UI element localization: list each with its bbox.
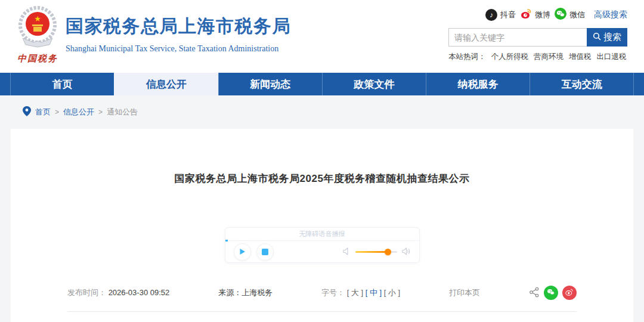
breadcrumb-separator: >	[55, 108, 59, 116]
main-nav: 首页 信息公开 新闻动态 政策文件 纳税服务 互动交流	[0, 73, 644, 95]
volume-low-icon	[343, 247, 351, 258]
nav-item-tax-service[interactable]: 纳税服务	[426, 73, 530, 95]
page-background: 首页 > 信息公开 > 通知公告 国家税务总局上海市税务局2025年度税务稽查随…	[0, 95, 644, 322]
font-size-control: 字号： [ 大 ] [ 中 ] [ 小 ]	[321, 287, 400, 298]
audio-player: 无障碍语音播报	[225, 227, 420, 263]
audio-player-header: 无障碍语音播报	[225, 228, 419, 241]
volume-knob[interactable]	[385, 249, 391, 255]
audio-player-controls	[225, 241, 419, 263]
article-source: 来源：上海税务	[218, 287, 273, 298]
search-button-label: 搜索	[603, 32, 621, 43]
hot-word-link[interactable]: 增值税	[569, 52, 592, 62]
wechat-icon	[555, 8, 566, 22]
publish-time-label: 发布时间：	[67, 288, 106, 297]
share-buttons	[529, 286, 577, 300]
weibo-share-icon	[565, 287, 574, 298]
share-weibo-button[interactable]	[562, 286, 577, 300]
douyin-label: 抖音	[500, 10, 516, 20]
font-size-medium[interactable]: [ 中 ]	[366, 288, 382, 297]
wechat-label: 微信	[569, 10, 585, 20]
douyin-link[interactable]: ♪ 抖音	[485, 9, 516, 21]
site-title: 国家税务总局上海市税务局	[66, 14, 291, 39]
content-divider	[67, 311, 577, 312]
publish-time: 发布时间： 2026-03-30 09:52	[67, 287, 169, 298]
breadcrumb: 首页 > 信息公开 > 通知公告	[0, 95, 644, 129]
stop-icon	[262, 249, 268, 255]
advanced-search-link[interactable]: 高级搜索	[594, 10, 627, 20]
print-page-link[interactable]: 打印本页	[449, 287, 480, 298]
font-size-label: 字号：	[321, 288, 345, 297]
volume-high-icon	[402, 247, 411, 258]
hot-words-label: 本站热词：	[448, 52, 486, 62]
tax-emblem-icon: ★	[16, 42, 60, 52]
audio-player-title: 无障碍语音播报	[299, 230, 345, 239]
search-bar: 搜索	[448, 28, 627, 47]
svg-text:★: ★	[34, 14, 41, 23]
site-subtitle: Shanghai Municipal Tax Service, State Ta…	[66, 44, 291, 54]
play-button[interactable]	[234, 243, 251, 261]
audio-progress-bar	[225, 240, 228, 242]
article-title: 国家税务总局上海市税务局2025年度税务稽查随机抽查结果公示	[11, 129, 633, 185]
location-pin-icon	[23, 106, 31, 118]
article-card: 国家税务总局上海市税务局2025年度税务稽查随机抽查结果公示 无障碍语音播报	[11, 129, 633, 322]
nav-item-policy[interactable]: 政策文件	[322, 73, 426, 95]
search-icon	[593, 32, 601, 42]
hot-word-link[interactable]: 个人所得税	[491, 52, 529, 62]
search-button[interactable]: 搜索	[587, 28, 627, 47]
site-title-block: 国家税务总局上海市税务局 Shanghai Municipal Tax Serv…	[66, 14, 291, 54]
stop-button[interactable]	[256, 243, 274, 261]
header-right: ♪ 抖音 微博	[448, 8, 627, 62]
nav-item-news[interactable]: 新闻动态	[218, 73, 322, 95]
nav-item-home[interactable]: 首页	[10, 73, 114, 95]
social-links: ♪ 抖音 微博	[448, 8, 627, 21]
hot-word-link[interactable]: 营商环境	[534, 52, 564, 62]
nav-item-info-disclosure[interactable]: 信息公开	[114, 73, 218, 95]
share-icon[interactable]	[529, 287, 540, 299]
site-header: ★ 中国税务 国家税务总局上海市税务局 Shanghai Municipal T…	[0, 0, 644, 73]
share-wechat-button[interactable]	[544, 286, 558, 300]
logo-caption: 中国税务	[13, 53, 62, 64]
article-meta: 发布时间： 2026-03-30 09:52 来源：上海税务 字号： [ 大 ]…	[11, 286, 633, 300]
weibo-label: 微博	[535, 10, 550, 20]
breadcrumb-info-disclosure[interactable]: 信息公开	[63, 107, 94, 117]
font-size-large[interactable]: [ 大 ]	[347, 288, 363, 297]
breadcrumb-separator: >	[98, 108, 103, 116]
font-size-small[interactable]: [ 小 ]	[384, 288, 400, 297]
wechat-share-icon	[546, 287, 555, 298]
wechat-link[interactable]: 微信	[555, 8, 585, 22]
hot-word-link[interactable]: 出口退税	[597, 52, 627, 62]
breadcrumb-current: 通知公告	[107, 107, 138, 117]
volume-fill	[355, 251, 388, 253]
breadcrumb-home[interactable]: 首页	[35, 107, 51, 117]
weibo-icon	[520, 8, 532, 22]
weibo-link[interactable]: 微博	[520, 8, 550, 22]
douyin-icon: ♪	[485, 9, 497, 21]
publish-time-value: 2026-03-30 09:52	[109, 288, 170, 297]
site-logo: ★ 中国税务	[13, 5, 62, 64]
hot-words: 本站热词： 个人所得税 营商环境 增值税 出口退税	[448, 52, 627, 62]
play-icon	[239, 247, 246, 258]
volume-slider[interactable]	[355, 251, 397, 253]
nav-item-interaction[interactable]: 互动交流	[530, 73, 633, 95]
search-input[interactable]	[448, 28, 587, 47]
